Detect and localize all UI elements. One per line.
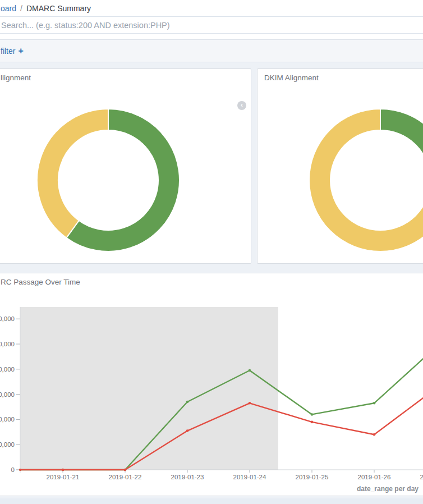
svg-text:0,000: 0,000 bbox=[0, 391, 15, 398]
add-filter-link[interactable]: filter + bbox=[1, 47, 24, 56]
svg-text:0,000: 0,000 bbox=[0, 366, 15, 373]
svg-text:0,000: 0,000 bbox=[0, 315, 15, 322]
search-input[interactable] bbox=[0, 16, 423, 34]
svg-text:0,000: 0,000 bbox=[0, 341, 15, 347]
panel-title-spf: llignment bbox=[0, 69, 251, 82]
plus-icon: + bbox=[18, 47, 23, 56]
svg-text:2019-01-21: 2019-01-21 bbox=[47, 474, 80, 480]
breadcrumb-separator: / bbox=[20, 4, 22, 13]
panel-dmarc-passage: RC Passage Over Time 00,0000,0000,0000,0… bbox=[0, 273, 423, 496]
svg-text:date_range per day: date_range per day bbox=[357, 485, 419, 493]
spf-donut-chart[interactable] bbox=[24, 96, 192, 264]
dkim-donut-chart[interactable] bbox=[296, 96, 423, 264]
svg-text:0: 0 bbox=[11, 466, 15, 473]
svg-text:0,000: 0,000 bbox=[0, 441, 15, 448]
panel-title-dkim: DKIM Alignment bbox=[258, 69, 423, 82]
line-chart[interactable]: 00,0000,0000,0000,0000,0000,0002019-01-2… bbox=[0, 273, 423, 496]
page-title: DMARC Summary bbox=[26, 4, 91, 13]
svg-text:2019-01-27: 2019-01-27 bbox=[420, 474, 423, 480]
svg-text:2019-01-26: 2019-01-26 bbox=[358, 474, 391, 480]
bottom-strip bbox=[0, 498, 423, 504]
svg-text:2019-01-25: 2019-01-25 bbox=[296, 474, 329, 480]
add-filter-label: filter bbox=[1, 47, 15, 56]
filter-bar: filter + bbox=[0, 39, 423, 62]
svg-text:0,000: 0,000 bbox=[0, 416, 15, 423]
panel-spf-alignment: llignment ‹ bbox=[0, 68, 251, 264]
breadcrumb: oard / DMARC Summary bbox=[0, 0, 423, 16]
svg-text:2019-01-23: 2019-01-23 bbox=[171, 474, 204, 480]
breadcrumb-link[interactable]: oard bbox=[1, 4, 16, 13]
collapse-chevron-button[interactable]: ‹ bbox=[237, 101, 246, 110]
chevron-left-icon: ‹ bbox=[241, 101, 243, 109]
svg-text:2019-01-24: 2019-01-24 bbox=[233, 474, 266, 480]
panel-dkim-alignment: DKIM Alignment bbox=[257, 68, 423, 264]
svg-text:2019-01-22: 2019-01-22 bbox=[109, 474, 142, 480]
